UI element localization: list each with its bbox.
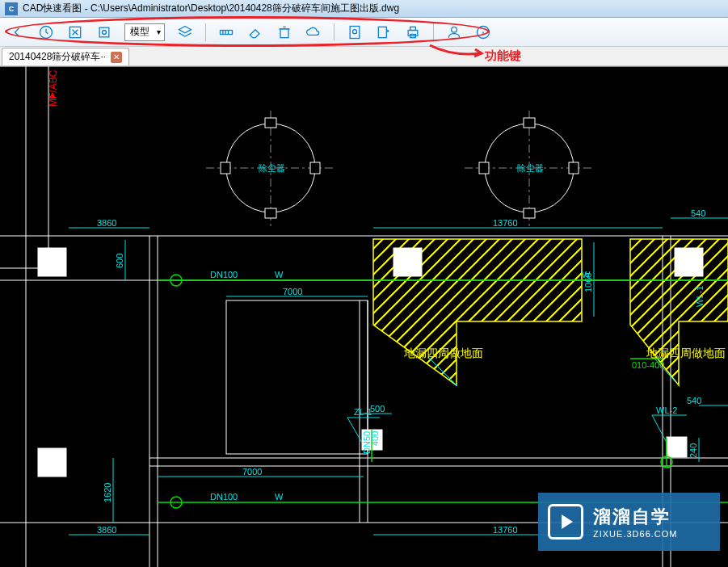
drawing-canvas[interactable]: MF/ABC ▲ 除尘器 除尘器 3860 13760 540 600 7000… — [0, 66, 728, 567]
dim-7000b: 7000 — [242, 467, 262, 477]
separator — [433, 23, 434, 41]
wl1: WL-1 — [695, 286, 705, 307]
app-icon: C — [5, 2, 18, 15]
svg-rect-36 — [38, 448, 66, 477]
svg-rect-6 — [350, 26, 360, 38]
svg-point-7 — [353, 29, 357, 33]
svg-point-3 — [103, 30, 107, 34]
svg-rect-28 — [310, 162, 320, 174]
dim-7000: 7000 — [283, 287, 302, 296]
dim-500: 500 — [370, 404, 385, 414]
dim-3860: 3860 — [97, 218, 116, 228]
svg-rect-47 — [226, 300, 368, 454]
svg-rect-4 — [221, 30, 233, 34]
titlebar-sep: - — [82, 3, 90, 15]
svg-text:▲: ▲ — [47, 88, 58, 101]
file-tab[interactable]: 20140428筛分破碎车·· ✕ — [2, 48, 129, 65]
dim-600: 600 — [115, 254, 124, 268]
yellow-note-1: 地漏四周做地面 — [403, 346, 483, 359]
watermark-title: 溜溜自学 — [593, 505, 677, 529]
dim-13760b: 13760 — [493, 525, 518, 535]
watermark-logo-icon — [548, 504, 583, 540]
separator — [334, 23, 335, 41]
dim-240: 240 — [688, 443, 698, 458]
svg-rect-10 — [410, 27, 416, 30]
svg-rect-5 — [280, 28, 288, 37]
model-select[interactable]: 模型 — [124, 23, 165, 41]
titlebar-path: C:\Users\Administrator\Desktop\20140428筛… — [90, 2, 399, 15]
svg-point-12 — [452, 27, 457, 32]
wl2: WL-2 — [656, 405, 677, 415]
w3: W — [275, 492, 284, 502]
toolbar: 模型 — [0, 18, 728, 47]
dim-540b: 540 — [687, 396, 701, 405]
svg-rect-27 — [221, 162, 230, 174]
history-icon[interactable] — [37, 23, 55, 41]
w1: W — [275, 270, 284, 279]
tab-close-icon[interactable]: ✕ — [111, 52, 122, 63]
svg-text:DN50: DN50 — [362, 431, 372, 454]
zl1: ZL-1 — [354, 407, 372, 417]
svg-rect-38 — [667, 437, 687, 457]
watermark-url: ZIXUE.3D66.COM — [593, 529, 677, 539]
dim-3860b: 3860 — [97, 525, 116, 535]
circle2-label: 除尘器 — [517, 163, 544, 173]
svg-rect-2 — [99, 27, 109, 37]
search-doc-icon[interactable] — [346, 23, 364, 41]
measure-icon[interactable] — [217, 23, 235, 41]
dn100-2: DN100 — [210, 492, 238, 502]
svg-rect-9 — [408, 30, 418, 36]
green-label: 010-400 — [632, 360, 664, 370]
svg-rect-49 — [675, 248, 703, 276]
separator — [205, 23, 206, 41]
svg-line-65 — [652, 415, 667, 443]
dim-13760: 13760 — [493, 218, 518, 228]
tabbar: 20140428筛分破碎车·· ✕ — [0, 47, 728, 66]
dim-1620: 1620 — [103, 483, 112, 502]
export-icon[interactable] — [375, 23, 393, 41]
dim-540: 540 — [691, 208, 705, 218]
svg-rect-34 — [524, 208, 535, 218]
svg-rect-31 — [479, 162, 489, 174]
svg-rect-30 — [265, 208, 276, 218]
print-icon[interactable] — [404, 23, 422, 41]
zoom-window-icon[interactable] — [95, 23, 113, 41]
delete-icon[interactable] — [276, 23, 293, 41]
tab-label: 20140428筛分破碎车·· — [9, 50, 106, 64]
zoom-extents-icon[interactable] — [66, 23, 84, 41]
w2: W — [582, 270, 591, 279]
eraser-icon[interactable] — [246, 23, 264, 41]
dn100-1: DN100 — [210, 270, 238, 279]
circle1-label: 除尘器 — [259, 163, 285, 173]
svg-rect-48 — [393, 248, 422, 276]
svg-rect-32 — [569, 162, 579, 174]
svg-rect-33 — [524, 118, 535, 128]
svg-rect-35 — [38, 248, 66, 276]
svg-rect-29 — [265, 118, 276, 128]
layers-icon[interactable] — [176, 23, 194, 41]
yellow-note-2: 地漏四周做地面 — [646, 346, 726, 359]
cloud-icon[interactable] — [305, 23, 322, 41]
svg-rect-8 — [378, 27, 386, 37]
watermark: 溜溜自学 ZIXUE.3D66.COM — [538, 493, 720, 551]
info-icon[interactable] — [474, 23, 492, 41]
user-icon[interactable] — [445, 23, 463, 41]
titlebar: C CAD快速看图 - C:\Users\Administrator\Deskt… — [0, 0, 728, 18]
nav-left-icon[interactable] — [8, 23, 26, 41]
titlebar-app: CAD快速看图 — [23, 2, 82, 15]
watermark-text: 溜溜自学 ZIXUE.3D66.COM — [593, 505, 677, 539]
